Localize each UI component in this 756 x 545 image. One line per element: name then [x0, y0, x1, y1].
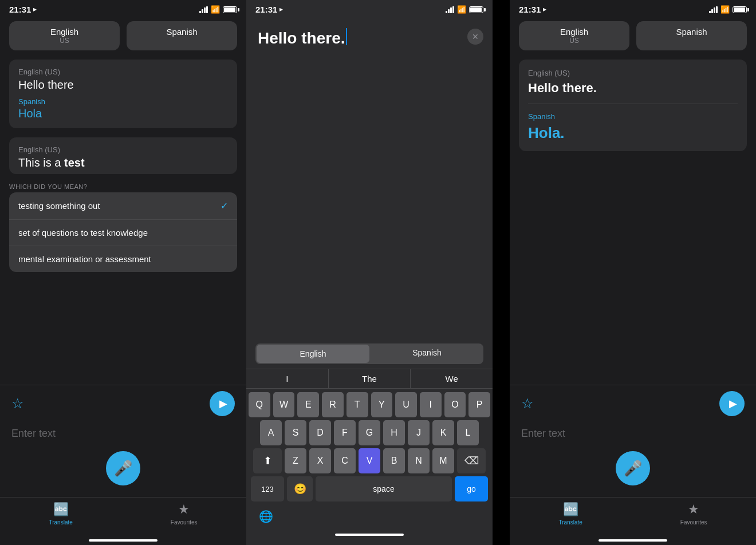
key-row-3: ⬆ Z X C V B N M ⌫ [249, 448, 490, 473]
key-x[interactable]: X [309, 448, 331, 473]
mic-area-left: 🎤 [0, 445, 246, 497]
nav-translate-left[interactable]: 🔤 Translate [49, 502, 72, 526]
key-y[interactable]: Y [371, 392, 393, 417]
play-button-left[interactable]: ▶ [210, 391, 235, 416]
translate-icon-left: 🔤 [53, 502, 69, 517]
key-c[interactable]: C [334, 448, 356, 473]
key-m[interactable]: M [432, 448, 454, 473]
lang-btn-english-right[interactable]: English US [519, 21, 629, 50]
key-123[interactable]: 123 [251, 476, 284, 501]
mic-area-right: 🎤 [510, 445, 756, 497]
key-row-2: A S D F G H J K L [249, 420, 490, 445]
wifi-icon-right: 📶 [720, 5, 730, 14]
word-suggest-0[interactable]: I [246, 369, 329, 388]
key-l[interactable]: L [457, 420, 479, 445]
key-e[interactable]: E [297, 392, 319, 417]
star-icon-left: ★ [178, 502, 190, 517]
which-label: WHICH DID YOU MEAN? [9, 183, 237, 190]
key-j[interactable]: J [408, 420, 430, 445]
key-g[interactable]: G [359, 420, 380, 445]
word-suggest-2[interactable]: We [411, 369, 493, 388]
lang-btn-spanish-left[interactable]: Spanish [127, 21, 237, 50]
suggestion-item-1[interactable]: set of questions to test knowledge [9, 220, 237, 246]
mic-button-right[interactable]: 🎤 [616, 451, 650, 485]
check-icon-0: ✓ [220, 200, 228, 211]
lang-btn-spanish-right[interactable]: Spanish [636, 21, 747, 50]
play-icon-left: ▶ [219, 397, 227, 410]
translate-icon-right: 🔤 [563, 502, 578, 517]
favorite-button-right[interactable]: ☆ [521, 396, 534, 412]
kbd-english-btn[interactable]: English [257, 345, 369, 363]
key-z[interactable]: Z [285, 448, 306, 473]
key-t[interactable]: T [346, 392, 368, 417]
key-go[interactable]: go [455, 476, 488, 501]
suggestion-item-0[interactable]: testing something out ✓ [9, 192, 237, 220]
location-icon-right: ▸ [543, 6, 546, 13]
location-icon: ▸ [33, 6, 37, 13]
key-d[interactable]: D [309, 420, 331, 445]
key-f[interactable]: F [334, 420, 356, 445]
status-bar-center: 21:31 ▸ 📶 [246, 0, 493, 17]
translation-card-right: English (US) Hello there. Spanish Hola. [519, 60, 747, 151]
bottom-bar-right: ☆ ▶ Enter text 🎤 🔤 Translate ★ Favourite… [510, 385, 756, 545]
home-indicator-right [598, 539, 667, 542]
status-bar-right: 21:31 ▸ 📶 [510, 0, 756, 17]
home-indicator-center [335, 534, 404, 536]
status-icons-right: 📶 [709, 5, 747, 14]
key-globe[interactable]: 🌐 [252, 505, 280, 528]
favorite-button-left[interactable]: ☆ [11, 396, 24, 412]
nav-translate-right[interactable]: 🔤 Translate [558, 502, 582, 526]
status-icons-left: 📶 [199, 5, 237, 14]
star-icon-right: ★ [688, 502, 699, 517]
key-u[interactable]: U [395, 392, 417, 417]
key-n[interactable]: N [408, 448, 430, 473]
key-p[interactable]: P [468, 392, 490, 417]
card-divider-right [528, 104, 738, 104]
key-h[interactable]: H [383, 420, 405, 445]
card1-spanish-text: Hola [18, 107, 228, 120]
key-k[interactable]: K [432, 420, 454, 445]
card2-text: This is a test [18, 156, 228, 169]
action-row-right: ☆ ▶ [510, 385, 756, 422]
status-time-center: 21:31 ▸ [255, 5, 283, 14]
typed-text: Hello there. [258, 29, 345, 47]
suggestion-item-2[interactable]: mental examination or assessment [9, 246, 237, 272]
card-lang-right: English (US) [528, 69, 738, 77]
mic-button-left[interactable]: 🎤 [106, 451, 140, 485]
key-space[interactable]: space [316, 476, 452, 501]
key-s[interactable]: S [285, 420, 306, 445]
play-button-right[interactable]: ▶ [719, 391, 745, 416]
status-time-right: 21:31 ▸ [519, 5, 546, 14]
lang-btn-english-left[interactable]: English US [9, 21, 120, 50]
key-v[interactable]: V [359, 448, 380, 473]
key-o[interactable]: O [444, 392, 466, 417]
center-panel: 21:31 ▸ 📶 ✕ Hello there. English [246, 0, 493, 545]
word-suggest-1[interactable]: The [329, 369, 411, 388]
word-suggestions: I The We [246, 369, 493, 389]
key-row-1: Q W E R T Y U I O P [249, 392, 490, 417]
kbd-spanish-btn[interactable]: Spanish [371, 343, 483, 364]
status-icons-center: 📶 [446, 5, 483, 14]
wifi-icon-center: 📶 [457, 5, 466, 14]
key-b[interactable]: B [383, 448, 405, 473]
key-q[interactable]: Q [249, 392, 270, 417]
center-text-area[interactable]: Hello there. [246, 17, 493, 339]
key-delete[interactable]: ⌫ [457, 448, 486, 473]
keyboard-area: English Spanish I The We Q W E R T Y U I… [246, 339, 493, 545]
key-w[interactable]: W [273, 392, 295, 417]
key-a[interactable]: A [260, 420, 282, 445]
text-cursor [346, 28, 347, 45]
nav-favourites-left[interactable]: ★ Favourites [171, 502, 198, 526]
key-row-4: 123 😊 space go [249, 476, 490, 501]
location-icon-center: ▸ [279, 6, 283, 13]
key-emoji[interactable]: 😊 [287, 476, 313, 501]
nav-favourites-right[interactable]: ★ Favourites [680, 502, 707, 526]
key-i[interactable]: I [420, 392, 442, 417]
battery-icon-center [469, 6, 483, 13]
translation-card-hello: English (US) Hello there Spanish Hola [9, 60, 237, 128]
bottom-nav-right: 🔤 Translate ★ Favourites [510, 497, 756, 537]
key-shift[interactable]: ⬆ [253, 448, 282, 473]
lang-selector-left: English US Spanish [0, 17, 246, 55]
key-r[interactable]: R [322, 392, 344, 417]
close-button[interactable]: ✕ [467, 29, 483, 45]
